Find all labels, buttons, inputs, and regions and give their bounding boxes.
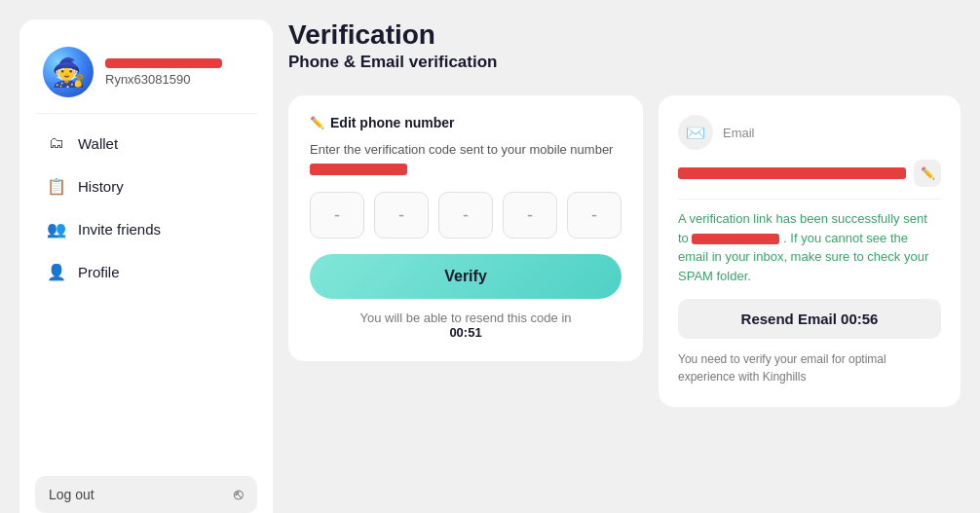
sidebar-label-profile: Profile [78, 264, 120, 280]
sidebar-item-history[interactable]: 📋 History [35, 165, 257, 207]
code-dash-4: - [527, 205, 533, 226]
page-subtitle: Phone & Email verification [288, 53, 961, 72]
logout-icon: ⎋ [234, 486, 244, 503]
code-dash-2: - [398, 205, 404, 226]
email-header: ✉️ Email [678, 115, 941, 150]
profile-section: Rynx63081590 [35, 39, 257, 114]
edit-email-button[interactable]: ✏️ [914, 160, 941, 187]
email-footer-text: You need to verify your email for optima… [678, 350, 941, 385]
phone-card: ✏️ Edit phone number Enter the verificat… [288, 95, 643, 361]
code-dash-5: - [591, 205, 597, 226]
avatar [43, 47, 94, 97]
page-title: Verification [288, 19, 961, 51]
sidebar-label-invite: Invite friends [78, 221, 161, 238]
email-label: Email [723, 126, 941, 140]
logout-button[interactable]: Log out ⎋ [35, 476, 257, 513]
code-input-3[interactable]: - [438, 192, 493, 238]
edit-phone-label: Edit phone number [330, 115, 455, 130]
instruction-text: Enter the verification code sent to your… [310, 140, 622, 178]
email-icon-wrap: ✉️ [678, 115, 713, 150]
envelope-icon: ✉️ [686, 124, 705, 142]
email-link-redacted [692, 234, 779, 244]
username-block: Rynx63081590 [105, 58, 222, 87]
resend-email-button[interactable]: Resend Email 00:56 [678, 299, 941, 339]
invite-icon: 👥 [47, 219, 66, 238]
email-card: ✉️ Email ✏️ A verification link has been… [659, 95, 961, 407]
edit-phone-link[interactable]: ✏️ Edit phone number [310, 115, 622, 130]
verify-button[interactable]: Verify [310, 254, 622, 299]
code-input-5[interactable]: - [567, 192, 622, 238]
divider [678, 199, 941, 200]
username-redacted [105, 58, 222, 68]
cards-row: ✏️ Edit phone number Enter the verificat… [288, 95, 961, 407]
code-input-4[interactable]: - [503, 192, 557, 238]
code-dash-1: - [334, 205, 340, 226]
pencil-small-icon: ✏️ [921, 166, 935, 180]
sidebar-item-invite[interactable]: 👥 Invite friends [35, 207, 257, 250]
username-text: Rynx63081590 [105, 72, 222, 87]
sidebar-item-wallet[interactable]: 🗂 Wallet [35, 122, 257, 165]
resend-timer: 00:51 [310, 325, 622, 340]
sidebar-label-history: History [78, 178, 124, 195]
wallet-icon: 🗂 [47, 133, 66, 153]
verification-message: A verification link has been successfull… [678, 209, 941, 285]
pencil-icon: ✏️ [310, 116, 324, 129]
code-inputs: - - - - - [310, 192, 622, 238]
phone-redacted [310, 164, 407, 175]
sidebar: Rynx63081590 🗂 Wallet 📋 History 👥 Invite… [19, 19, 273, 513]
sidebar-label-wallet: Wallet [78, 135, 118, 152]
resend-text: You will be able to resend this code in [310, 311, 622, 325]
instruction-prefix: Enter the verification code sent to your… [310, 142, 613, 157]
code-input-2[interactable]: - [374, 192, 429, 238]
email-value-redacted [678, 167, 906, 179]
profile-icon: 👤 [47, 262, 66, 281]
resend-email-label: Resend Email 00:56 [741, 311, 879, 327]
history-icon: 📋 [47, 176, 66, 196]
main-content: Verification Phone & Email verification … [288, 19, 961, 513]
page-header: Verification Phone & Email verification [288, 19, 961, 84]
logout-label: Log out [49, 487, 94, 502]
verify-label: Verify [444, 268, 487, 284]
sidebar-nav: 🗂 Wallet 📋 History 👥 Invite friends 👤 Pr… [35, 122, 257, 293]
code-input-1[interactable]: - [310, 192, 364, 238]
sidebar-item-profile[interactable]: 👤 Profile [35, 250, 257, 293]
email-value-row: ✏️ [678, 160, 941, 187]
code-dash-3: - [463, 205, 469, 226]
resend-prefix: You will be able to resend this code in [359, 311, 571, 325]
